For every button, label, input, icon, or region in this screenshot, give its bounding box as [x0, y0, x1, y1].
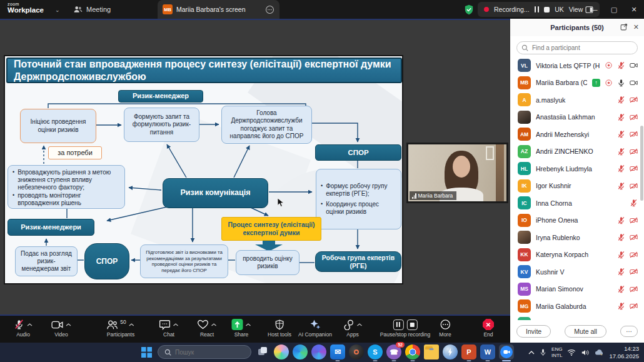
apps-label: Apps [343, 331, 363, 338]
language-indicator[interactable]: ENG INTL [551, 346, 562, 358]
tray-microphone-icon[interactable] [540, 348, 546, 357]
close-panel-icon[interactable]: ✕ [633, 23, 639, 31]
participant-row[interactable]: Aa.maslyuk [510, 91, 644, 109]
stop-recording-button[interactable] [544, 7, 550, 13]
participant-row[interactable]: VLViktoria Lets QFTP (Host, me) [510, 57, 644, 74]
wifi-icon[interactable] [567, 349, 576, 356]
participant-row[interactable]: ICInna Chorna [510, 194, 644, 212]
chat-button[interactable]: Chat [159, 318, 179, 338]
skype-taskbar-icon[interactable]: S [368, 344, 383, 359]
video-button[interactable]: Video [51, 318, 71, 338]
mute-all-button[interactable]: Mute all [565, 325, 606, 338]
apps-chevron-icon[interactable] [357, 323, 363, 326]
taskbar-search[interactable] [158, 345, 251, 359]
zoom-workplace-logo: zoom Workplace [8, 2, 44, 14]
taskbar-search-input[interactable] [175, 349, 244, 356]
participant-row[interactable]: MGMariia Galaburda [510, 298, 644, 315]
participant-row[interactable]: MSMarian Simonov [510, 281, 644, 298]
pause-recording-button[interactable] [535, 6, 540, 13]
mic-muted-icon [617, 319, 625, 320]
mic-muted-icon [617, 148, 625, 156]
tab-options-icon[interactable] [265, 5, 274, 14]
security-shield-icon[interactable] [464, 4, 474, 15]
invite-button[interactable]: Invite [516, 325, 551, 338]
tray-chevron-up-icon[interactable] [528, 351, 535, 354]
stop-recording-icon[interactable] [406, 319, 417, 330]
react-chevron-icon[interactable] [211, 323, 217, 326]
participant-row[interactable]: Iryna Rublenko [510, 229, 644, 246]
close-button[interactable]: ✕ [624, 0, 644, 19]
mic-muted-icon [617, 164, 625, 173]
clock[interactable]: 14:23 17.06.2025 [609, 345, 639, 359]
participant-row[interactable]: Anastasiia Lakhman [510, 109, 644, 126]
share-chevron-icon[interactable] [246, 323, 251, 326]
participant-row[interactable]: IKIgor Kushnir [510, 178, 644, 195]
pause-stop-recording-button[interactable]: Pause/stop recording [380, 318, 430, 338]
scrollbar[interactable] [640, 126, 643, 201]
edge-taskbar-icon[interactable] [293, 344, 308, 359]
participant-row[interactable]: MBMariia Barbara (Co-host)↑ [510, 74, 644, 92]
more-button[interactable]: More [439, 318, 451, 338]
participant-row[interactable]: KVKushnir V [510, 263, 644, 281]
chat-chevron-icon[interactable] [173, 323, 179, 326]
mic-muted-icon [617, 61, 625, 69]
avatar: KK [518, 248, 531, 261]
ai-companion-button[interactable]: AI Companion [298, 318, 332, 338]
camera-app-taskbar-icon[interactable] [349, 344, 364, 359]
chevron-down-icon[interactable]: ⌄ [55, 7, 60, 13]
zoom-taskbar-icon[interactable] [499, 344, 514, 359]
app-swirl-taskbar-icon[interactable] [311, 344, 326, 359]
start-button[interactable] [139, 344, 154, 359]
participant-row[interactable]: KKKateryna Korpach [510, 246, 644, 264]
participant-row[interactable]: IOiPhone Олена [510, 212, 644, 229]
search-input[interactable] [516, 41, 638, 54]
mail-taskbar-icon[interactable]: ✉ [330, 344, 345, 359]
chrome-taskbar-icon[interactable] [405, 344, 420, 359]
react-button[interactable]: React [198, 318, 217, 338]
participant-status-icons [605, 61, 638, 69]
task-view-taskbar-icon[interactable] [255, 344, 270, 359]
video-name-label: Mariia Barbara [410, 191, 456, 200]
box-prepares-report: Підготовлює звіт із висновками та рекоме… [140, 244, 228, 278]
end-button[interactable]: ✕ End [483, 318, 494, 338]
apps-button[interactable]: Apps [343, 318, 363, 338]
copilot-taskbar-icon[interactable] [274, 344, 289, 359]
more-options-button[interactable]: … [620, 326, 638, 337]
ai-companion-label: AI Companion [298, 331, 332, 338]
participants-label: Participants [107, 331, 134, 338]
audio-button[interactable]: Audio [14, 318, 33, 338]
word-taskbar-icon[interactable]: W [480, 344, 495, 359]
box-spor-right: СПОР [315, 144, 401, 161]
file-explorer-taskbar-icon[interactable] [424, 344, 439, 359]
participant-status-icons: ↑ [592, 79, 638, 87]
tray-time: 14:23 [609, 345, 639, 352]
participant-name: iPhone Олена [536, 216, 612, 224]
participant-row[interactable]: AMAndrii Mezhenskyi [510, 126, 644, 143]
participant-name: Kushnir V [536, 268, 612, 276]
video-chevron-icon[interactable] [66, 323, 71, 326]
participant-row[interactable]: AZAndrii ZINCHENKO [510, 143, 644, 161]
viber-taskbar-icon[interactable]: ☎52 [386, 344, 401, 359]
host-tools-button[interactable]: Host tools [268, 318, 291, 338]
tab-meeting[interactable]: Meeting [74, 0, 111, 19]
maximize-button[interactable]: ▢ [604, 0, 624, 19]
powerpoint-taskbar-icon[interactable]: P [461, 344, 476, 359]
volume-icon[interactable] [581, 349, 590, 356]
pop-out-icon[interactable] [620, 23, 628, 31]
notification-cloud-icon[interactable] [595, 349, 604, 356]
participants-button[interactable]: 50 Participants [107, 318, 134, 338]
flash-app-taskbar-icon[interactable] [443, 344, 458, 359]
participants-chevron-icon[interactable] [129, 323, 134, 326]
audio-chevron-icon[interactable] [27, 323, 33, 326]
language-button[interactable]: UK [555, 6, 564, 13]
presentation-slide: Поточний стан впровадження процесу синте… [4, 55, 403, 284]
video-thumbnail[interactable]: Mariia Barbara [406, 143, 508, 203]
share-button[interactable]: Share [232, 318, 251, 338]
minimize-button[interactable]: — [584, 0, 604, 19]
tab-shared-screen[interactable]: MB Mariia Barbara's screen [158, 0, 279, 19]
participant-row[interactable] [510, 315, 644, 321]
participant-status-icons [617, 233, 638, 241]
more-ellipsis-icon [440, 319, 451, 330]
pause-recording-icon[interactable] [393, 319, 403, 330]
participant-row[interactable]: HLHrebenyk Liudmyla [510, 160, 644, 178]
